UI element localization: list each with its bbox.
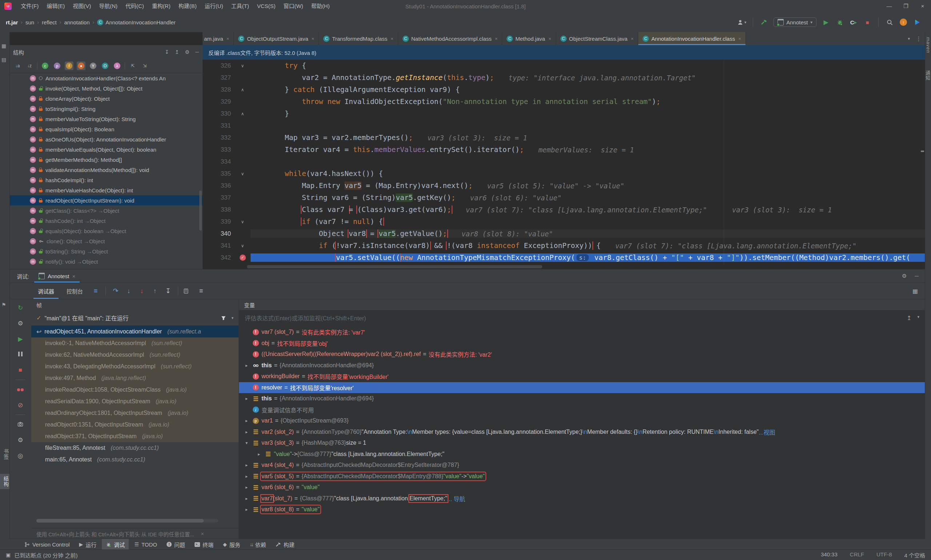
tree-chevron-icon[interactable]: ▸ [242, 396, 251, 401]
debugger-layout-icon[interactable]: ▦ [913, 288, 918, 295]
show-properties-icon[interactable]: p [53, 62, 62, 70]
stack-frame[interactable]: ↩readObject:451, AnnotationInvocationHan… [31, 326, 239, 337]
structure-item[interactable]: mcloneArray(Object): Object [9, 94, 203, 104]
tree-chevron-icon[interactable]: ▾ [242, 440, 251, 445]
stack-frame[interactable]: main:65, Annotest(com.study.cc.cc1) [31, 454, 239, 465]
run-button[interactable]: ▶ [822, 17, 830, 27]
expand-evaluate-icon[interactable]: ↥ [906, 315, 911, 322]
scroll-to-source-icon[interactable]: ⇲ [140, 62, 149, 70]
structure-item[interactable]: mclone(): Object →Object [9, 236, 203, 246]
variable-row[interactable]: ▸var4 (slot_4)={AbstractInputCheckedMapD… [239, 460, 925, 471]
code-line-338[interactable]: 338 Class var7 = (Class)var3.get(var6);v… [203, 204, 925, 215]
breadcrumb-item-0[interactable]: rt.jar [6, 19, 18, 25]
project-stripe-icon[interactable]: ▦ [2, 43, 6, 49]
menu-item-7[interactable]: 运行(U) [201, 0, 227, 12]
stripe-tab-notifications[interactable]: 通知 [925, 68, 931, 83]
fold-down-icon[interactable]: ∨ [241, 219, 245, 225]
step-out-icon[interactable]: ↑ [150, 287, 160, 295]
code-line-341[interactable]: 341∨ if (!var7.isInstance(var8) && !(var… [203, 240, 925, 252]
tree-chevron-icon[interactable]: ▸ [254, 452, 264, 457]
menu-item-5[interactable]: 重构(R) [148, 0, 175, 12]
breadcrumb-item-2[interactable]: reflect [42, 19, 57, 25]
toolwindow-button-构建[interactable]: 构建 [272, 539, 299, 550]
tab-AnnotationInvocationHandler.class[interactable]: CAnnotationInvocationHandler.class× [638, 32, 746, 45]
evaluate-expression-input[interactable]: 评估表达式(Enter)或添加监视(Ctrl+Shift+Enter) ↥ ▾ [239, 310, 925, 326]
close-tab-icon[interactable]: × [548, 36, 551, 42]
mute-breakpoints-icon[interactable]: ⊘ [17, 401, 23, 409]
run-to-cursor-icon[interactable]: ↧ [163, 287, 173, 295]
structure-item[interactable]: mreadObject(ObjectInputStream): void [9, 195, 203, 205]
variable-row[interactable]: ▾var3 (slot_3)={HashMap@763} size = 1 [239, 437, 925, 449]
tree-chevron-icon[interactable]: ▸ [242, 429, 251, 435]
toolwindow-button-终端[interactable]: >_终端 [191, 539, 217, 550]
status-widget-2[interactable]: UTF-8 [876, 551, 892, 559]
debug-gear-icon[interactable]: ⚙ [17, 436, 23, 444]
window-minimize-icon[interactable]: — [881, 0, 897, 12]
code-line-340[interactable]: 340 Object var8 = var5.getValue();var8 (… [203, 228, 925, 240]
stack-frame[interactable]: readObject0:1351, ObjectInputStream(java… [31, 419, 239, 431]
breakpoint-icon[interactable]: ✓ [240, 255, 246, 261]
structure-item[interactable]: mmemberValueToString(Object): String [9, 114, 203, 124]
variable-row[interactable]: ▸oothis={AnnotationInvocationHandler@694… [239, 360, 925, 371]
structure-item[interactable]: mhashCode(): int →Object [9, 215, 203, 226]
status-widget-0[interactable]: 340:33 [821, 551, 837, 559]
variable-row[interactable]: ▸var2 (slot_2)={AnnotationType@760} "Ann… [239, 426, 925, 438]
run-with-coverage-button[interactable]: C▶ [849, 17, 858, 27]
tab-options-icon[interactable]: ⋮ [916, 35, 922, 42]
structure-item[interactable]: mhashCodeImpl(): int [9, 175, 203, 185]
show-lambdas-icon[interactable]: λ [113, 62, 122, 70]
structure-item[interactable]: mequals(Object): boolean →Object [9, 226, 203, 236]
stop-button[interactable]: ■ [863, 17, 872, 27]
variable-row[interactable]: !var7 (slot_7)=没有此类实例方法: 'var7' [239, 326, 925, 338]
scroll-from-source-icon[interactable]: ⇱ [128, 62, 137, 70]
stripe-tab-maven[interactable]: maven [925, 35, 931, 55]
thread-dropdown-icon[interactable]: ▾ [231, 315, 234, 320]
code-line-334[interactable]: 334 [203, 155, 925, 168]
stop-icon[interactable]: ■ [18, 366, 22, 374]
toolwindow-button-问题[interactable]: !问题 [163, 539, 189, 550]
fold-up-icon[interactable]: ∧ [241, 111, 245, 116]
structure-item[interactable]: mtoStringImpl(): String [9, 104, 203, 114]
tab-ObjectOutputStream.java[interactable]: CObjectOutputStream.java× [234, 32, 319, 45]
window-close-icon[interactable]: × [914, 0, 931, 12]
structure-item[interactable]: mgetMemberMethods(): Method[] [9, 155, 203, 165]
close-tab-icon[interactable]: × [391, 36, 394, 42]
thread-selector[interactable]: ✓ "main"@1 在组 "main": 正在运行 ▾ [31, 310, 239, 326]
show-inherited-icon[interactable]: c [41, 62, 49, 70]
code-line-328[interactable]: 328∧ } catch (IllegalArgumentException v… [203, 84, 925, 95]
sort-alphabetically-icon[interactable]: ↓z [25, 62, 34, 70]
step-over-icon[interactable]: ↷ [111, 287, 120, 295]
build-hammer-icon[interactable] [760, 17, 768, 27]
debug-settings-icon[interactable]: ⚙ [902, 273, 906, 279]
bookmark-stripe-icon[interactable]: ⚑ [2, 302, 6, 308]
filter-icon[interactable]: Y [89, 62, 97, 70]
show-anonymous-icon[interactable]: O [101, 62, 109, 70]
filter-frames-icon[interactable] [221, 315, 226, 321]
code-line-332[interactable]: 332 Map var3 = var2.memberTypes();var3 (… [203, 132, 925, 144]
show-non-public-icon[interactable]: ● [77, 62, 85, 70]
tree-chevron-icon[interactable]: ▸ [242, 507, 251, 512]
frames-scrollbar[interactable] [36, 519, 218, 523]
code-line-336[interactable]: 336 Map.Entry var5 = (Map.Entry)var4.nex… [203, 180, 925, 192]
menu-item-11[interactable]: 帮助(H) [307, 0, 334, 12]
restore-layout-icon[interactable]: ≡ [91, 287, 100, 295]
code-editor[interactable]: 反编译 .class文件, 字节码版本: 52.0 (Java 8) 326∨ … [203, 45, 925, 269]
run-config-selector[interactable]: Annotest▾ [774, 17, 816, 27]
code-line-337[interactable]: 337 String var6 = (String)var5.getKey();… [203, 192, 925, 204]
code-line-339[interactable]: 339∨ if (var7 != null) { [203, 215, 925, 228]
structure-item[interactable]: mmemberValueHashCode(Object): int [9, 185, 203, 195]
tab-ObjectStreamClass.java[interactable]: CObjectStreamClass.java× [556, 32, 639, 45]
toolwindow-button-TODO[interactable]: ☰TODO [130, 539, 161, 550]
menu-item-2[interactable]: 视图(V) [69, 0, 95, 12]
dismiss-hint-icon[interactable]: × [201, 531, 204, 537]
debug-wrench-icon[interactable]: ⚙ [17, 319, 23, 327]
tree-chevron-icon[interactable]: ▸ [242, 485, 251, 490]
menu-item-0[interactable]: 文件(F) [17, 0, 43, 12]
code-line-327[interactable]: 327 var2 = AnnotationType.getInstance(th… [203, 72, 925, 84]
step-into-icon[interactable]: ↓ [124, 287, 134, 295]
stack-frame[interactable]: invoke:497, Method(java.lang.reflect) [31, 372, 239, 384]
variable-row[interactable]: !workingBuilder=找不到局部变量'workingBuilder' [239, 371, 925, 382]
evaluate-history-icon[interactable]: ▾ [917, 315, 919, 322]
menu-item-3[interactable]: 导航(N) [95, 0, 122, 12]
variable-row[interactable]: ▸pvar1={ObjectInputStream@693} [239, 415, 925, 426]
